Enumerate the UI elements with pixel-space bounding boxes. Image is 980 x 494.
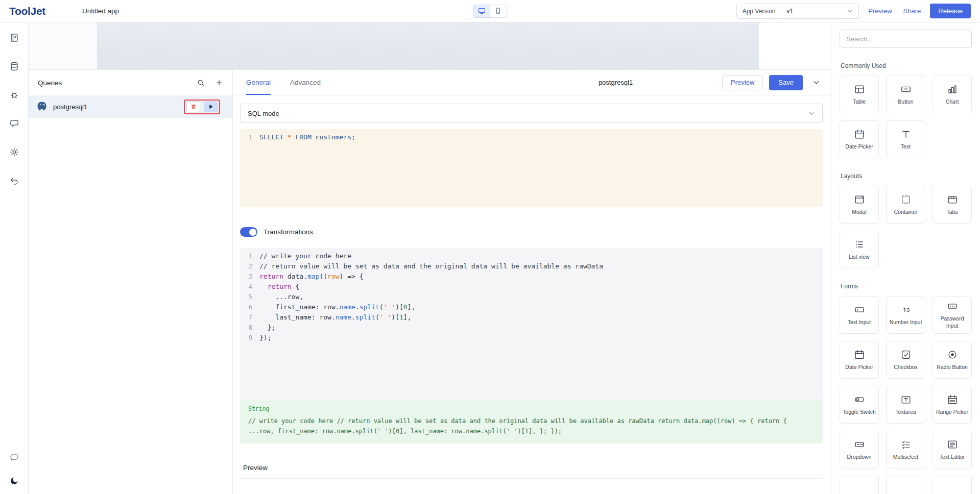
search-icon[interactable] (197, 79, 205, 87)
collapse-panel-icon[interactable] (812, 78, 821, 87)
line-number: 3 (240, 271, 259, 282)
code-line: 7 last_name: row.name.split(' ')[1], (240, 312, 823, 323)
result-value: // write your code here // return value … (248, 416, 815, 437)
play-icon (208, 104, 214, 110)
add-query-icon[interactable] (215, 79, 223, 87)
component-card-text-editor[interactable]: Text Editor (933, 431, 972, 468)
tab-general[interactable]: General (246, 70, 271, 95)
transformations-row: Transformations (240, 227, 823, 237)
app-version-control: App Version v1 (736, 4, 859, 19)
app-canvas[interactable] (29, 22, 831, 69)
datasources-icon[interactable] (9, 61, 19, 71)
preview-section-label: Preview (243, 464, 268, 472)
debugger-icon[interactable] (9, 90, 19, 100)
sql-mode-value: SQL mode (248, 110, 279, 117)
calendar-icon (854, 349, 865, 360)
code-line: 8 }; (240, 323, 823, 333)
component-card-partial[interactable] (933, 476, 972, 494)
component-card-checkbox[interactable]: Checkbox (886, 341, 925, 379)
text-editor-icon (947, 439, 958, 450)
component-card-number-input[interactable]: Number Input (886, 296, 925, 334)
component-card-container[interactable]: Container (886, 186, 925, 224)
desktop-view-button[interactable] (473, 5, 490, 18)
component-label: Password Input (934, 315, 970, 329)
comments-icon[interactable] (9, 452, 19, 462)
transformations-toggle[interactable] (240, 227, 257, 237)
component-card-partial[interactable] (840, 476, 879, 494)
code-text: ...row, (259, 292, 303, 302)
component-label: Container (894, 209, 918, 215)
component-card-chart[interactable]: Chart (933, 76, 972, 113)
component-card-password-input[interactable]: Password Input (933, 296, 972, 334)
undo-icon[interactable] (9, 176, 19, 186)
components-panel: Commonly UsedTableOKButtonChartDate Pick… (831, 22, 980, 494)
sql-code-editor[interactable]: 1SELECT * FROM customers; (240, 129, 823, 207)
line-number: 9 (240, 333, 259, 343)
query-preview-button[interactable]: Preview (722, 75, 763, 90)
transformations-code-editor[interactable]: 1// write your code here2// return value… (240, 248, 823, 400)
preview-app-button[interactable]: Preview (866, 5, 894, 17)
line-number: 1 (240, 251, 259, 261)
component-card-table[interactable]: Table (840, 76, 879, 113)
component-card-text[interactable]: Text (886, 120, 925, 158)
pages-icon[interactable] (9, 33, 19, 43)
mobile-view-button[interactable] (490, 5, 507, 18)
component-card-partial[interactable] (886, 476, 925, 494)
component-card-modal[interactable]: Modal (840, 186, 879, 224)
dark-mode-icon[interactable] (9, 476, 19, 486)
code-line: 5 ...row, (240, 292, 823, 302)
component-card-multiselect[interactable]: Multiselect (886, 431, 925, 468)
release-button[interactable]: Release (930, 4, 971, 18)
canvas-margin-right (759, 22, 831, 69)
component-label: Text (901, 143, 911, 150)
button-icon: OK (900, 84, 912, 95)
component-card-toggle-switch[interactable]: Toggle Switch (840, 386, 879, 424)
component-search-input[interactable] (840, 30, 972, 48)
code-line: 2// return value will be set as data and… (240, 261, 823, 271)
component-label: Checkbox (894, 364, 918, 370)
component-card-dropdown[interactable]: Dropdown (840, 431, 879, 468)
transformation-result: String // write your code here // return… (240, 400, 823, 443)
component-grid: Text InputNumber InputPassword InputDate… (840, 296, 972, 468)
component-card-list-view[interactable]: List view (840, 231, 879, 268)
editor-header-actions: postgresql1 Preview Save (599, 70, 821, 95)
component-label: Date Picker (845, 143, 873, 150)
transformations-label: Transformations (264, 228, 313, 236)
component-card-tabs[interactable]: Tabs (933, 186, 972, 224)
version-select[interactable]: v1 (781, 4, 859, 19)
query-save-button[interactable]: Save (769, 75, 803, 90)
tab-advanced[interactable]: Advanced (290, 70, 321, 95)
component-card-range-picker[interactable]: Range Picker (933, 386, 972, 424)
settings-icon[interactable] (9, 147, 19, 157)
trash-icon (190, 104, 197, 110)
component-card-textarea[interactable]: Textarea (886, 386, 925, 424)
device-toggle (473, 5, 507, 18)
query-list-item[interactable]: postgresql1 (29, 95, 232, 118)
canvas-area[interactable] (97, 22, 759, 69)
delete-query-button[interactable] (186, 102, 200, 112)
query-editor-body: SQL mode 1SELECT * FROM customers; Trans… (233, 95, 831, 494)
modal-icon (854, 194, 865, 205)
component-label: Button (898, 98, 913, 105)
sql-mode-select[interactable]: SQL mode (240, 104, 823, 123)
app-name[interactable]: Untitled app (82, 7, 119, 15)
component-card-date-picker[interactable]: Date Picker (840, 341, 879, 379)
textarea-icon (900, 394, 912, 405)
component-sections: Commonly UsedTableOKButtonChartDate Pick… (840, 62, 972, 494)
share-button[interactable]: Share (901, 5, 923, 17)
component-grid: ModalContainerTabsList view (840, 186, 972, 268)
code-text: SELECT * FROM customers; (259, 132, 355, 142)
app-version-label: App Version (736, 4, 782, 19)
top-header: ToolJet Untitled app App Version v1 Prev… (0, 0, 980, 22)
component-card-button[interactable]: OKButton (886, 76, 925, 113)
tooljet-logo[interactable]: ToolJet (9, 5, 45, 17)
code-line: 1SELECT * FROM customers; (240, 132, 823, 142)
left-sidebar (0, 22, 29, 494)
chat-icon[interactable] (9, 118, 19, 129)
run-query-button[interactable] (204, 102, 218, 112)
component-card-date-picker[interactable]: Date Picker (840, 120, 879, 158)
component-label: Multiselect (893, 454, 919, 460)
line-number: 4 (240, 282, 259, 292)
component-card-text-input[interactable]: Text Input (840, 296, 879, 334)
component-card-radio-button[interactable]: Radio Button (933, 341, 972, 379)
